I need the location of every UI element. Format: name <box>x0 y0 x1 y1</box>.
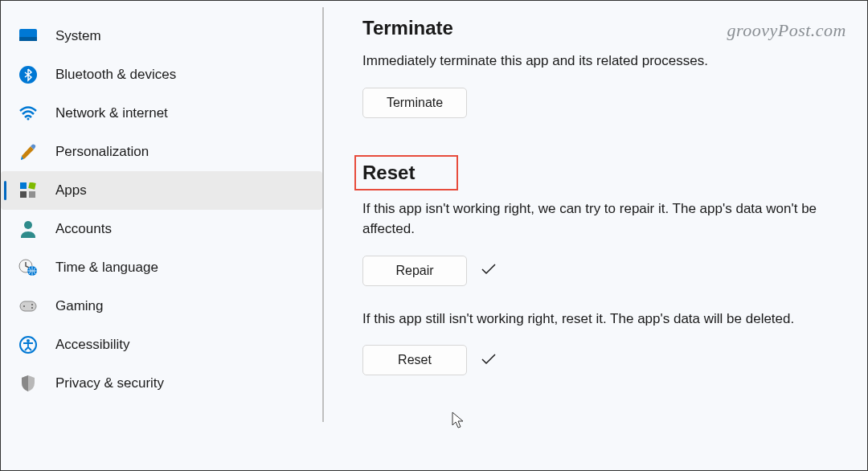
svg-point-14 <box>31 307 33 309</box>
svg-rect-5 <box>28 182 35 190</box>
settings-sidebar: System Bluetooth & devices Network & int… <box>1 1 322 470</box>
terminate-description: Immediately terminate this app and its r… <box>362 51 843 72</box>
repair-button[interactable]: Repair <box>362 256 467 286</box>
sidebar-item-network[interactable]: Network & internet <box>1 94 322 133</box>
sidebar-item-personalization[interactable]: Personalization <box>1 133 322 171</box>
gamepad-icon <box>18 297 38 316</box>
sidebar-item-gaming[interactable]: Gaming <box>1 287 322 326</box>
terminate-button[interactable]: Terminate <box>362 88 467 118</box>
sidebar-item-label: Network & internet <box>55 105 168 121</box>
sidebar-item-label: Time & language <box>55 260 158 276</box>
sidebar-item-time-language[interactable]: Time & language <box>1 248 322 287</box>
person-icon <box>18 219 38 239</box>
reset-description: If this app still isn't working right, r… <box>362 309 843 330</box>
system-icon <box>18 27 38 46</box>
svg-point-16 <box>27 339 30 342</box>
svg-rect-11 <box>20 301 36 311</box>
svg-point-12 <box>23 305 25 307</box>
sidebar-item-label: Bluetooth & devices <box>55 67 176 83</box>
apps-icon <box>18 181 38 200</box>
repair-description: If this app isn't working right, we can … <box>362 199 843 240</box>
sidebar-item-label: Apps <box>55 182 87 199</box>
svg-point-8 <box>24 221 32 229</box>
bluetooth-icon <box>18 65 38 84</box>
svg-rect-1 <box>19 37 37 41</box>
sidebar-item-label: Privacy & security <box>55 375 164 391</box>
sidebar-item-bluetooth[interactable]: Bluetooth & devices <box>1 55 322 94</box>
accessibility-icon <box>18 335 38 354</box>
svg-point-3 <box>27 118 30 121</box>
sidebar-item-accessibility[interactable]: Accessibility <box>1 326 322 364</box>
sidebar-item-label: Accounts <box>55 221 112 237</box>
sidebar-item-label: Accessibility <box>55 337 130 353</box>
settings-content: Terminate Immediately terminate this app… <box>324 1 867 470</box>
sidebar-item-apps[interactable]: Apps <box>1 171 322 210</box>
sidebar-item-system[interactable]: System <box>1 17 322 55</box>
sidebar-item-label: Personalization <box>55 144 149 160</box>
sidebar-item-label: System <box>55 28 101 44</box>
wifi-icon <box>18 104 38 123</box>
reset-button[interactable]: Reset <box>362 345 467 375</box>
reset-heading-highlight: Reset <box>354 155 458 190</box>
svg-point-13 <box>31 304 33 305</box>
reset-checkmark-icon <box>481 352 496 369</box>
shield-icon <box>18 374 38 393</box>
svg-rect-4 <box>20 182 27 189</box>
watermark-text: groovyPost.com <box>727 20 846 41</box>
repair-checkmark-icon <box>481 262 496 279</box>
sidebar-item-privacy[interactable]: Privacy & security <box>1 364 322 403</box>
svg-rect-6 <box>20 191 27 198</box>
reset-heading: Reset <box>362 162 415 184</box>
sidebar-item-accounts[interactable]: Accounts <box>1 210 322 248</box>
svg-rect-7 <box>29 191 35 198</box>
sidebar-item-label: Gaming <box>55 298 104 314</box>
paintbrush-icon <box>18 142 38 162</box>
clock-globe-icon <box>18 258 38 277</box>
